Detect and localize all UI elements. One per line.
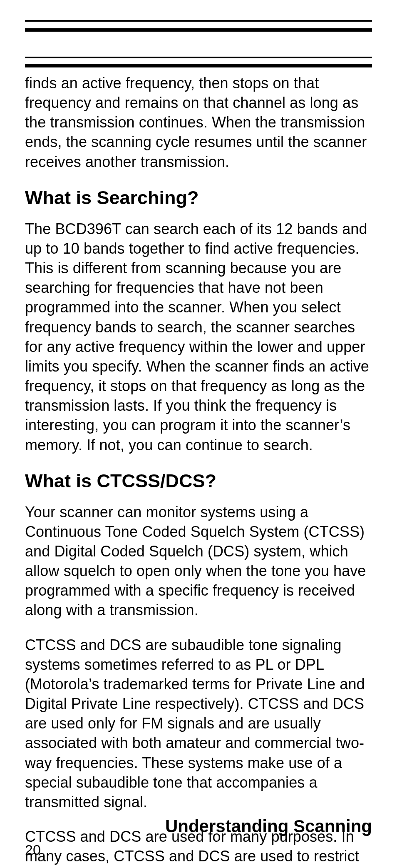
top-rule (25, 20, 372, 32)
heading-ctcss: What is CTCSS/DCS? (25, 470, 372, 492)
paragraph-ctcss-1: Your scanner can monitor systems using a… (25, 502, 372, 620)
intro-continued-paragraph: finds an active frequency, then stops on… (25, 73, 372, 172)
paragraph-ctcss-2: CTCSS and DCS are subaudible tone signal… (25, 635, 372, 812)
paragraph-searching: The BCD396T can search each of its 12 ba… (25, 219, 372, 455)
section-title: Understanding Scanning (165, 816, 372, 836)
document-page: finds an active frequency, then stops on… (0, 0, 397, 868)
sub-rule (25, 57, 372, 67)
heading-searching: What is Searching? (25, 187, 372, 209)
page-number: 20 (25, 842, 41, 858)
